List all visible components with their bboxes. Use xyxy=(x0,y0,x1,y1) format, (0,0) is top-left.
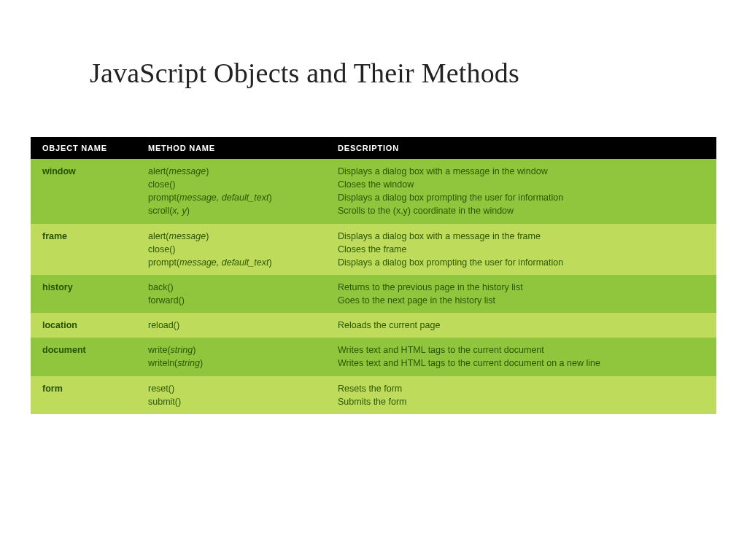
method-cell: write(string)writeln(string) xyxy=(136,338,326,376)
method-signature: close() xyxy=(148,243,316,256)
header-object: OBJECT NAME xyxy=(31,137,136,159)
description-cell: Reloads the current page xyxy=(326,313,716,338)
description-line: Closes the window xyxy=(338,178,706,191)
method-signature: submit() xyxy=(148,395,316,408)
method-signature: alert(message) xyxy=(148,165,316,178)
description-line: Writes text and HTML tags to the current… xyxy=(338,343,706,357)
description-cell: Resets the formSubmits the form xyxy=(326,376,716,414)
method-signature: reset() xyxy=(148,382,316,395)
methods-table-container: OBJECT NAME METHOD NAME DESCRIPTION wind… xyxy=(31,137,716,414)
object-name-cell: form xyxy=(31,376,136,414)
method-cell: alert(message)close()prompt(message, def… xyxy=(136,159,326,224)
description-line: Displays a dialog box prompting the user… xyxy=(338,191,706,204)
table-row: formreset()submit()Resets the formSubmit… xyxy=(31,376,716,414)
header-method: METHOD NAME xyxy=(136,137,326,159)
methods-table: OBJECT NAME METHOD NAME DESCRIPTION wind… xyxy=(31,137,716,414)
method-signature: alert(message) xyxy=(148,230,316,243)
method-signature: writeln(string) xyxy=(148,357,316,370)
description-cell: Displays a dialog box with a message in … xyxy=(326,159,716,224)
description-line: Scrolls to the (x,y) coordinate in the w… xyxy=(338,204,706,217)
description-line: Displays a dialog box with a message in … xyxy=(338,165,706,178)
description-line: Returns to the previous page in the hist… xyxy=(338,281,706,294)
method-cell: back()forward() xyxy=(136,275,326,313)
method-cell: alert(message)close()prompt(message, def… xyxy=(136,224,326,275)
method-signature: back() xyxy=(148,281,316,294)
description-line: Goes to the next page in the history lis… xyxy=(338,294,706,307)
method-cell: reset()submit() xyxy=(136,376,326,414)
table-row: framealert(message)close()prompt(message… xyxy=(31,224,716,275)
object-name-cell: document xyxy=(31,338,136,376)
description-cell: Writes text and HTML tags to the current… xyxy=(326,338,716,376)
table-row: documentwrite(string)writeln(string)Writ… xyxy=(31,338,716,376)
slide-title: JavaScript Objects and Their Methods xyxy=(90,57,747,89)
description-line: Closes the frame xyxy=(338,243,706,256)
table-row: windowalert(message)close()prompt(messag… xyxy=(31,159,716,224)
table-row: historyback()forward()Returns to the pre… xyxy=(31,275,716,313)
description-cell: Displays a dialog box with a message in … xyxy=(326,224,716,275)
header-description: DESCRIPTION xyxy=(326,137,716,159)
object-name-cell: frame xyxy=(31,224,136,275)
description-line: Resets the form xyxy=(338,382,706,395)
description-cell: Returns to the previous page in the hist… xyxy=(326,275,716,313)
method-signature: forward() xyxy=(148,294,316,307)
description-line: Displays a dialog box prompting the user… xyxy=(338,256,706,269)
method-signature: scroll(x, y) xyxy=(148,204,316,217)
method-signature: prompt(message, default_text) xyxy=(148,256,316,269)
method-cell: reload() xyxy=(136,313,326,338)
description-line: Displays a dialog box with a message in … xyxy=(338,230,706,243)
object-name-cell: window xyxy=(31,159,136,224)
method-signature: reload() xyxy=(148,319,316,332)
description-line: Reloads the current page xyxy=(338,319,706,332)
description-line: Submits the form xyxy=(338,395,706,408)
method-signature: write(string) xyxy=(148,343,316,357)
table-row: locationreload()Reloads the current page xyxy=(31,313,716,338)
method-signature: prompt(message, default_text) xyxy=(148,191,316,204)
object-name-cell: location xyxy=(31,313,136,338)
object-name-cell: history xyxy=(31,275,136,313)
description-line: Writes text and HTML tags to the current… xyxy=(338,357,706,370)
method-signature: close() xyxy=(148,178,316,191)
